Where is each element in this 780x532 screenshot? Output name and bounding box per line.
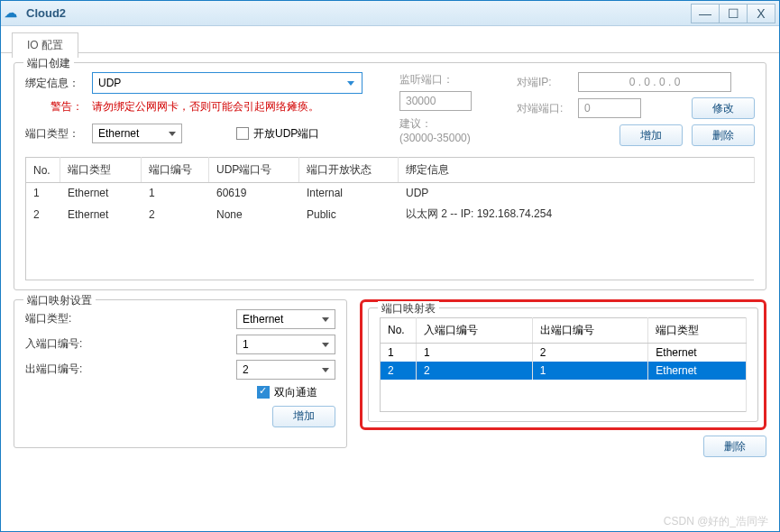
listen-port-input[interactable]: 30000 <box>399 91 472 111</box>
ms-type-select[interactable]: Ethernet <box>236 309 335 329</box>
table-row[interactable]: 2 Ethernet 2 None Public 以太网 2 -- IP: 19… <box>26 203 755 225</box>
delete-port-button[interactable]: 删除 <box>692 124 755 146</box>
map-settings-group: 端口映射设置 端口类型: Ethernet 入端口编号: 1 出端口编号: 2 <box>14 299 347 449</box>
col-no[interactable]: No. <box>26 158 60 183</box>
map-table-legend: 端口映射表 <box>378 301 439 316</box>
mt-col-type[interactable]: 端口类型 <box>648 317 747 343</box>
titlebar: ☁ Cloud2 — ☐ X <box>1 1 779 26</box>
peer-ip-label: 对端IP: <box>517 75 569 90</box>
maximize-button[interactable]: ☐ <box>719 4 748 23</box>
ms-in-select[interactable]: 1 <box>236 335 335 354</box>
minimize-button[interactable]: — <box>691 4 720 23</box>
tab-io-config[interactable]: IO 配置 <box>12 32 78 58</box>
close-button[interactable]: X <box>747 4 775 23</box>
ms-out-label: 出端口编号: <box>25 362 97 377</box>
app-icon: ☁ <box>5 5 21 22</box>
table-row[interactable]: 1 Ethernet 1 60619 Internal UDP <box>26 183 755 204</box>
add-port-button[interactable]: 增加 <box>619 124 683 146</box>
watermark: CSDN @好的_浩同学 <box>664 514 768 529</box>
modify-button[interactable]: 修改 <box>692 97 755 119</box>
peer-ip-input[interactable]: 0 . 0 . 0 . 0 <box>578 72 731 92</box>
delete-map-button[interactable]: 删除 <box>703 436 766 457</box>
open-udp-check-icon <box>236 127 249 140</box>
mt-col-out[interactable]: 出端口编号 <box>532 317 648 343</box>
mt-col-in[interactable]: 入端口编号 <box>417 317 533 343</box>
open-udp-checkbox[interactable]: 开放UDP端口 <box>236 126 319 142</box>
main-window: ☁ Cloud2 — ☐ X IO 配置 端口创建 绑定信息： UDP 警告： <box>0 0 780 532</box>
listen-port-label: 监听端口： <box>399 72 499 87</box>
warn-text: 请勿绑定公网网卡，否则可能会引起网络瘫痪。 <box>92 99 319 115</box>
col-udp[interactable]: UDP端口号 <box>209 158 299 183</box>
peer-port-label: 对端端口: <box>517 101 569 116</box>
window-title: Cloud2 <box>26 6 692 20</box>
tab-bar: IO 配置 <box>1 26 779 53</box>
col-state[interactable]: 端口开放状态 <box>299 158 399 183</box>
peer-port-input[interactable]: 0 <box>578 98 641 118</box>
ms-out-select[interactable]: 2 <box>236 360 335 380</box>
suggest-label: 建议： <box>399 116 499 132</box>
col-num[interactable]: 端口编号 <box>142 158 209 183</box>
map-settings-legend: 端口映射设置 <box>23 293 96 308</box>
table-row[interactable]: 1 1 2 Ethernet <box>381 343 747 362</box>
ms-in-label: 入端口编号: <box>25 336 97 352</box>
port-create-legend: 端口创建 <box>23 56 74 71</box>
mt-col-no[interactable]: No. <box>381 317 417 343</box>
bind-info-select[interactable]: UDP <box>92 72 362 94</box>
map-table-group: 端口映射表 No. 入端口编号 出端口编号 端口类型 1 <box>368 307 758 423</box>
warn-label: 警告： <box>25 99 83 115</box>
table-row[interactable]: 2 2 1 Ethernet <box>381 362 747 380</box>
bidir-checkbox[interactable]: 双向通道 <box>257 385 317 400</box>
port-table: No. 端口类型 端口编号 UDP端口号 端口开放状态 绑定信息 1 Ether… <box>25 157 755 280</box>
bidir-check-icon <box>257 386 270 399</box>
suggest-range: (30000-35000) <box>399 132 499 144</box>
port-type-label: 端口类型： <box>25 126 83 142</box>
port-type-select[interactable]: Ethernet <box>92 124 182 143</box>
highlight-box: 端口映射表 No. 入端口编号 出端口编号 端口类型 1 <box>360 299 766 431</box>
col-type[interactable]: 端口类型 <box>60 158 142 183</box>
col-bind[interactable]: 绑定信息 <box>399 158 755 183</box>
map-table: No. 入端口编号 出端口编号 端口类型 1 1 2 Ethern <box>380 317 747 413</box>
port-create-group: 端口创建 绑定信息： UDP 警告： 请勿绑定公网网卡，否则可能会引起网络瘫痪。… <box>14 62 766 290</box>
bind-info-label: 绑定信息： <box>25 76 83 91</box>
ms-type-label: 端口类型: <box>25 311 97 326</box>
add-map-button[interactable]: 增加 <box>272 406 335 427</box>
